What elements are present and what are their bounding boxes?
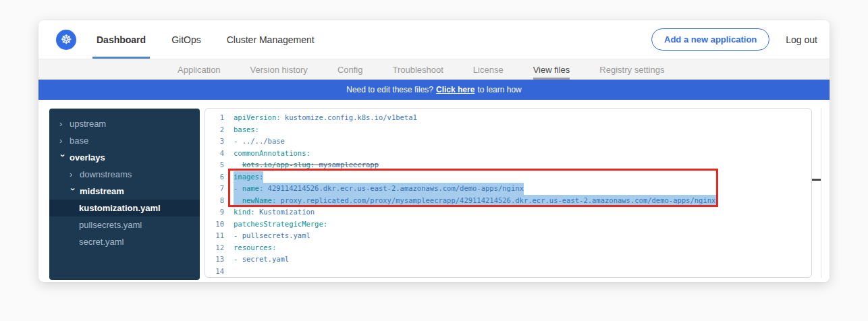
- code-line-1: 1apiVersion: kustomize.config.k8s.io/v1b…: [205, 112, 811, 124]
- text-cursor: [716, 196, 717, 204]
- file-kustomization-yaml[interactable]: kustomization.yaml: [49, 200, 200, 216]
- line-number: 4: [205, 148, 224, 160]
- code-line-2: 2bases:: [205, 124, 811, 136]
- code-line-7: 7- name: 429114214526.dkr.ecr.us-east-2.…: [205, 183, 811, 195]
- banner-suffix: to learn how: [477, 85, 521, 94]
- line-number: 3: [205, 136, 224, 148]
- tree-item-label: base: [70, 136, 88, 146]
- code-line-12: 12resources:: [205, 242, 811, 254]
- code-line-3: 3- ../../base: [205, 136, 811, 148]
- top-nav-tab-dashboard[interactable]: Dashboard: [92, 20, 150, 59]
- code-text: [224, 266, 234, 278]
- folder-upstream[interactable]: ›upstream: [49, 115, 200, 132]
- line-number: 2: [205, 124, 224, 136]
- line-number: 12: [205, 242, 224, 254]
- app-nav-tab-view-files[interactable]: View files: [533, 59, 570, 80]
- line-number: 11: [205, 230, 224, 242]
- code-text: apiVersion: kustomize.config.k8s.io/v1be…: [224, 112, 417, 124]
- chevron-right-icon: ›: [59, 119, 66, 128]
- app-nav-tab-config[interactable]: Config: [337, 59, 363, 80]
- code-text: - name: 429114214526.dkr.ecr.us-east-2.a…: [224, 183, 524, 195]
- app-nav-tab-license[interactable]: License: [473, 59, 504, 80]
- app-nav-tab-application[interactable]: Application: [178, 59, 221, 80]
- tree-item-label: downstreams: [80, 169, 132, 179]
- banner-text: Need to edit these files?: [346, 85, 433, 94]
- line-number: 14: [205, 266, 224, 278]
- file-secret-yaml[interactable]: secret.yaml: [49, 233, 200, 250]
- add-new-application-button[interactable]: Add a new application: [651, 28, 769, 51]
- code-editor[interactable]: 1apiVersion: kustomize.config.k8s.io/v1b…: [205, 108, 812, 278]
- editor-scrollbar-track: [821, 108, 821, 278]
- folder-midstream[interactable]: ›midstream: [49, 183, 200, 200]
- tree-item-label: overlays: [70, 152, 105, 163]
- code-text: patchesStrategicMerge:: [224, 218, 327, 231]
- code-line-6: 6images:: [205, 171, 811, 183]
- code-text: bases:: [224, 124, 259, 136]
- application-nav: ApplicationVersion historyConfigTroubles…: [38, 59, 830, 80]
- code-line-11: 11- pullsecrets.yaml: [205, 230, 811, 242]
- tree-item-label: pullsecrets.yaml: [79, 220, 142, 230]
- code-text: images:: [224, 171, 263, 183]
- line-number: 13: [205, 254, 224, 266]
- tree-item-label: kustomization.yaml: [79, 203, 161, 213]
- code-text: - pullsecrets.yaml: [224, 230, 310, 242]
- code-line-4: 4commonAnnotations:: [205, 148, 811, 160]
- log-out-button[interactable]: Log out: [786, 34, 817, 45]
- line-number: 10: [205, 218, 224, 231]
- code-text: - ../../base: [224, 136, 285, 148]
- folder-overlays[interactable]: ›overlays: [49, 149, 200, 166]
- chevron-right-icon: ›: [59, 136, 66, 145]
- selected-text: newName: proxy.replicated.com/proxy/mysa…: [234, 195, 717, 207]
- line-number: 7: [205, 183, 224, 195]
- app-nav-tab-version-history[interactable]: Version history: [250, 59, 308, 80]
- chevron-down-icon: ›: [59, 154, 67, 161]
- selected-text: - name: 429114214526.dkr.ecr.us-east-2.a…: [234, 183, 524, 195]
- line-number: 8: [205, 195, 224, 207]
- line-number: 5: [205, 159, 224, 171]
- top-nav-tabs: DashboardGitOpsCluster Management: [92, 20, 319, 59]
- top-bar: ☸ DashboardGitOpsCluster Management Add …: [38, 20, 830, 59]
- code-line-8: 8 newName: proxy.replicated.com/proxy/my…: [205, 195, 811, 207]
- kubernetes-logo-icon: ☸: [56, 30, 76, 50]
- code-text: resources:: [224, 242, 276, 254]
- top-nav-tab-gitops[interactable]: GitOps: [167, 20, 205, 59]
- file-pullsecrets-yaml[interactable]: pullsecrets.yaml: [49, 216, 200, 233]
- edit-files-banner: Need to edit these files? Click here to …: [38, 80, 830, 100]
- code-line-5: 5 kots.io/app-slug: mysampleecrapp: [205, 159, 811, 171]
- admin-console-window: ☸ DashboardGitOpsCluster Management Add …: [38, 20, 830, 282]
- file-tree: ›upstream›base›overlays›downstreams›mids…: [49, 109, 200, 280]
- tree-item-label: upstream: [70, 119, 106, 129]
- view-files-content: ›upstream›base›overlays›downstreams›mids…: [38, 100, 830, 282]
- app-nav-tab-troubleshoot[interactable]: Troubleshoot: [392, 59, 443, 80]
- line-number: 9: [205, 206, 224, 218]
- chevron-right-icon: ›: [70, 170, 76, 179]
- tree-item-label: secret.yaml: [79, 237, 124, 247]
- code-text: kind: Kustomization: [224, 206, 315, 218]
- code-lines: 1apiVersion: kustomize.config.k8s.io/v1b…: [205, 112, 811, 277]
- banner-click-here-link[interactable]: Click here: [436, 85, 474, 94]
- chevron-down-icon: ›: [69, 188, 78, 195]
- line-number: 1: [205, 112, 224, 124]
- folder-downstreams[interactable]: ›downstreams: [49, 166, 200, 183]
- selected-text: images:: [234, 171, 263, 183]
- line-number: 6: [205, 171, 224, 183]
- code-line-13: 13- secret.yaml: [205, 254, 811, 266]
- code-line-14: 14: [205, 266, 811, 278]
- app-nav-tab-registry-settings[interactable]: Registry settings: [599, 59, 664, 80]
- folder-base[interactable]: ›base: [49, 132, 200, 149]
- editor-scrollbar-thumb[interactable]: [812, 179, 821, 181]
- code-text: newName: proxy.replicated.com/proxy/mysa…: [224, 195, 717, 207]
- code-text: commonAnnotations:: [224, 148, 310, 160]
- top-nav-tab-cluster-management[interactable]: Cluster Management: [223, 20, 319, 59]
- tree-item-label: midstream: [80, 186, 124, 196]
- code-text: - secret.yaml: [224, 254, 289, 266]
- code-line-10: 10patchesStrategicMerge:: [205, 218, 811, 231]
- code-line-9: 9kind: Kustomization: [205, 206, 811, 218]
- top-bar-spacer: [319, 20, 651, 59]
- code-text: kots.io/app-slug: mysampleecrapp: [224, 159, 379, 171]
